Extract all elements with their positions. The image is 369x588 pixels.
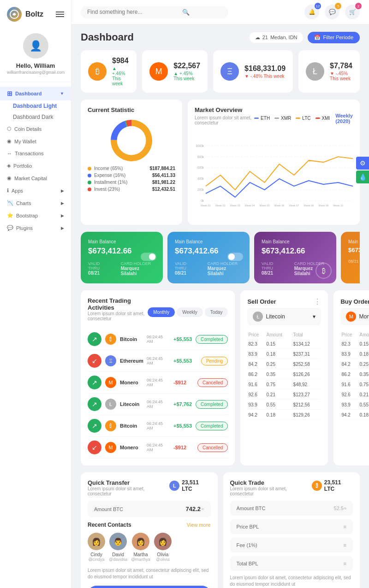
sell-order-menu[interactable]: ⋮	[314, 297, 321, 306]
ltc-icon: Ł	[306, 62, 324, 81]
trade-coin-icon-4: Ł	[105, 399, 116, 410]
contact-martha[interactable]: 👩 Martha @marthya	[131, 533, 150, 562]
dashboard-arrow: ▼	[60, 91, 64, 96]
hamburger-button[interactable]	[56, 10, 64, 18]
sidebar-item-market[interactable]: ◉ Market Capital	[0, 172, 71, 184]
table-cell: 0.25	[267, 360, 292, 369]
trade-dir-icon-2: ↙	[88, 354, 101, 368]
purple-balance-label: Main Balance	[262, 239, 329, 244]
contact-cindy[interactable]: 👩 Cindy @cindya	[88, 533, 105, 562]
settings-action-button[interactable]: ⚙	[356, 157, 369, 170]
legend-expense: Expense (16%) $56,411.33	[88, 173, 175, 178]
transfer-balance-icon: L	[169, 481, 179, 491]
trade-total-icon: ≡	[344, 561, 346, 566]
location-text: Medan, IDN	[270, 35, 298, 40]
table-row: 84.20.25$252,58	[248, 360, 320, 369]
stat-card-btc: ₿ $984 ▲ +.46% This week	[81, 50, 137, 93]
sidebar-item-apps[interactable]: ℹ Apps ▶	[0, 184, 71, 197]
cart-button[interactable]: 🛒 2	[345, 5, 360, 19]
svg-text:Week 03: Week 03	[230, 204, 240, 207]
cindy-avatar: 👩	[88, 533, 105, 550]
table-cell: 0.55	[360, 400, 369, 410]
logo-text: Boltz	[25, 10, 43, 18]
sidebar-item-plugins[interactable]: 💬 Plugins ▶	[0, 222, 71, 234]
sidebar-charts-label: Charts	[16, 200, 31, 206]
contact-david[interactable]: 👨 David @davidsa	[109, 533, 127, 562]
messages-button[interactable]: 💬 5	[325, 5, 339, 19]
user-email: williamfrancisasing@gmail.com	[7, 70, 64, 75]
sidebar-item-dashboard[interactable]: ⊞ Dashboard ▼	[0, 87, 71, 100]
table-cell: 82.3	[248, 340, 265, 349]
view-more-button[interactable]: View more	[187, 522, 211, 528]
purple-valid-thru: VALID THRU 08/21	[262, 261, 285, 276]
trade-row-6: ↙ M Monero 06:24:45 AM -$912 Cancelled	[88, 437, 228, 459]
charts-icon: 📉	[7, 200, 13, 206]
tab-monthly[interactable]: Monthly	[148, 307, 175, 317]
tab-weekly[interactable]: Weekly	[177, 307, 203, 317]
page-header: Dashboard ☁ 21 Medan, IDN 📅 Filter Perio…	[81, 31, 360, 43]
transfer-now-button[interactable]: TRANSFER NOW	[88, 586, 211, 588]
sidebar-item-wallet[interactable]: ◉ My Wallet	[0, 135, 71, 147]
btc-change: ▲ +.46% This week	[112, 66, 129, 86]
search-input[interactable]	[87, 9, 179, 15]
filter-button[interactable]: 📅 Filter Periode	[308, 32, 360, 43]
green-card-holder: CARD HOLDER Marquez Silalahi	[121, 261, 155, 276]
table-cell: 0.15	[267, 340, 292, 349]
trade-status-4: Completed	[196, 400, 228, 409]
blue-balance-toggle[interactable]	[227, 253, 243, 261]
btc-info: $984 ▲ +.46% This week	[112, 57, 129, 86]
tab-today[interactable]: Today	[205, 307, 228, 317]
sidebar-portfolio-label: Portfolio	[13, 163, 32, 169]
svg-text:Week 09: Week 09	[318, 204, 328, 207]
buy-coin-dropdown[interactable]: M Monero ▾	[340, 308, 369, 325]
blue-card-holder: CARD HOLDER Marquez Silalahi	[208, 261, 242, 276]
svg-text:Week 04: Week 04	[245, 204, 255, 207]
donut-legend: Income (65%) $187,884.21 Expense (16%) $…	[88, 166, 175, 192]
charts-row: Current Statistic	[81, 100, 360, 225]
buy-coin-selected: M Monero	[346, 312, 369, 322]
trade-total-label: Total BPL	[237, 561, 258, 566]
trading-subtitle: Lorem ipsum dolor sit amet, consectetur	[88, 311, 148, 321]
table-row: 86.20.35$126,26	[248, 370, 320, 379]
table-cell: 92.6	[341, 390, 358, 400]
header-icons: 🔔 12 💬 5 🛒 2	[304, 5, 360, 19]
buy-coin-name: Monero	[359, 313, 369, 320]
drop-action-button[interactable]: 💧	[356, 171, 369, 183]
green-valid-thru: VALID THRU 08/21	[88, 261, 112, 276]
trade-dir-icon-4: ↗	[88, 397, 101, 411]
sell-order-body: 82.30.15$134,1283.90.18$237,3184.20.25$2…	[248, 340, 320, 420]
sidebar-transactions-label: Transactions	[15, 151, 44, 156]
table-cell: 93.9	[248, 400, 265, 410]
sell-coin-dropdown[interactable]: Ł Litecoin ▾	[247, 308, 321, 325]
table-row: 83.90.18$237,31	[341, 350, 369, 359]
balance-toggle[interactable]	[141, 253, 156, 261]
sidebar-item-coin-details[interactable]: ⬡ Coin Details	[0, 123, 71, 135]
sidebar-item-bootstrap[interactable]: ⭐ Bootstrap ▶	[0, 209, 71, 222]
sidebar-item-dashboard-dark[interactable]: Dashboard Dark	[0, 112, 71, 123]
notifications-button[interactable]: 🔔 12	[304, 5, 319, 19]
header: 🔍 🔔 12 💬 5 🛒 2	[71, 0, 369, 24]
table-cell: 82.3	[341, 340, 358, 349]
search-box[interactable]: 🔍	[81, 6, 228, 18]
trade-dir-icon-5: ↗	[88, 419, 101, 433]
trading-orders-row: Recent Trading Activities Lorem ipsum do…	[81, 290, 360, 465]
blue-valid-label: VALID THRU	[175, 261, 198, 270]
bell-icon: 🔔	[309, 9, 315, 15]
messages-badge: 5	[335, 3, 341, 9]
table-cell: 0.18	[360, 350, 369, 359]
sidebar-item-transactions[interactable]: ↔ Transactions	[0, 147, 71, 159]
weekly-label[interactable]: Weekly (2020)	[335, 113, 353, 124]
martha-handle: @marthya	[131, 557, 150, 562]
buy-col-price: Price	[341, 331, 358, 339]
expense-label: Expense (16%)	[94, 173, 149, 178]
sidebar-item-charts[interactable]: 📉 Charts ▶	[0, 197, 71, 209]
apps-icon: ℹ	[7, 188, 9, 194]
sidebar-item-portfolio[interactable]: ◈ Portfolio	[0, 159, 71, 172]
sidebar-market-label: Market Capital	[14, 176, 47, 181]
contact-olivia[interactable]: 👩 Olivia @olivia	[154, 533, 172, 562]
table-cell: 92.6	[248, 390, 265, 400]
trade-desc: Lorem ipsum dolor sit amet, consectetur …	[230, 575, 353, 588]
xmr-value: $22,567	[173, 62, 200, 70]
table-row: 91.60.75$48,92	[341, 380, 369, 389]
sidebar-item-dashboard-light[interactable]: Dashboard Light	[0, 100, 71, 112]
